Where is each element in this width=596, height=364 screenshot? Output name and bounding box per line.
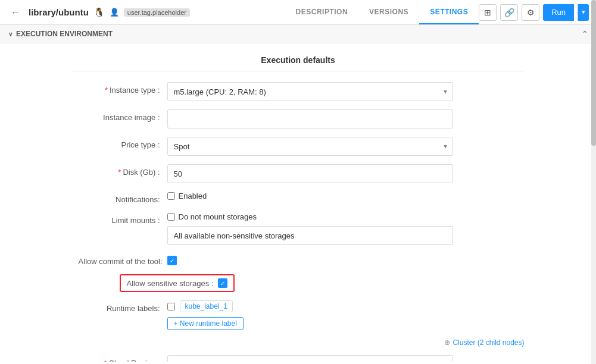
limit-mounts-label: Limit mounts : (72, 212, 167, 225)
price-type-row: Price type : Spot (72, 137, 525, 156)
section-toggle-icon: ∨ (8, 31, 13, 37)
allow-sensitive-box: Allow sensitive storages : ✓ (120, 274, 235, 292)
notifications-control: Enabled (167, 192, 453, 200)
instance-type-select-wrapper: m5.large (CPU: 2, RAM: 8) (167, 82, 453, 101)
header-left: ← library/ubuntu 🐧 👤 user.tag.placeholde… (7, 6, 285, 19)
grid-view-button[interactable]: ⊞ (479, 4, 497, 21)
instance-type-select[interactable]: m5.large (CPU: 2, RAM: 8) (167, 82, 453, 101)
notifications-row: Notifications: Enabled (72, 192, 525, 204)
allow-commit-control: ✓ (167, 253, 177, 265)
content-wrapper: Execution defaults *Instance type : m5.l… (0, 43, 596, 362)
instance-type-row: *Instance type : m5.large (CPU: 2, RAM: … (72, 82, 525, 101)
scrollbar[interactable] (591, 0, 596, 364)
section-label: EXECUTION ENVIRONMENT (16, 30, 113, 38)
price-type-control: Spot (167, 137, 453, 156)
linux-icon: 🐧 (93, 7, 105, 18)
instance-type-control: m5.large (CPU: 2, RAM: 8) (167, 82, 453, 101)
runtime-labels-control: kube_label_1 + New runtime label (167, 300, 453, 330)
price-type-select-wrapper: Spot (167, 137, 453, 156)
header: ← library/ubuntu 🐧 👤 user.tag.placeholde… (0, 0, 596, 25)
scroll-area: Execution defaults *Instance type : m5.l… (0, 43, 596, 362)
notifications-label: Notifications: (72, 192, 167, 204)
runtime-labels-label: Runtime labels: (72, 300, 167, 313)
form-title: Execution defaults (72, 55, 525, 71)
header-actions: ⊞ 🔗 ⚙ Run ▾ (479, 4, 589, 21)
repo-title: library/ubuntu (29, 7, 89, 17)
required-star: * (105, 86, 108, 95)
instance-image-label: Instance image : (72, 109, 167, 122)
instance-image-row: Instance image : (72, 109, 525, 128)
allow-sensitive-checkbox[interactable]: ✓ (218, 278, 227, 288)
notifications-checkbox-label: Enabled (179, 192, 207, 200)
disk-required-star: * (118, 168, 121, 177)
section-collapse-icon[interactable]: ⌃ (582, 30, 588, 38)
runtime-labels-row: Runtime labels: kube_label_1 + New runti… (72, 300, 525, 330)
repo-tag: user.tag.placeholder (124, 8, 190, 17)
kube-label-tag[interactable]: kube_label_1 (180, 300, 233, 312)
limit-mounts-textarea[interactable] (167, 226, 453, 245)
cloud-region-control: Not configured (167, 355, 453, 362)
link-button[interactable]: 🔗 (500, 4, 518, 21)
scrollbar-thumb[interactable] (591, 0, 596, 146)
run-dropdown-button[interactable]: ▾ (578, 4, 589, 21)
disk-row: *Disk (Gb) : (72, 164, 525, 183)
disk-label: *Disk (Gb) : (72, 164, 167, 177)
cluster-row: ⊕ Cluster (2 child nodes) (72, 338, 525, 347)
instance-image-input[interactable] (167, 109, 453, 128)
disk-control (167, 164, 453, 183)
limit-mounts-control: Do not mount storages (167, 212, 453, 245)
price-type-label: Price type : (72, 137, 167, 149)
runtime-labels-items: kube_label_1 (167, 300, 453, 312)
cloud-region-row: *Cloud Region : Not configured (72, 355, 525, 362)
new-runtime-label-button[interactable]: + New runtime label (167, 317, 244, 330)
cloud-region-select-wrapper: Not configured (167, 355, 453, 362)
allow-commit-label: Allow commit of the tool: (72, 253, 167, 266)
allow-commit-checkbox[interactable]: ✓ (167, 256, 177, 265)
tab-versions[interactable]: VERSIONS (358, 0, 419, 24)
allow-sensitive-row: Allow sensitive storages : ✓ (72, 274, 525, 292)
cluster-link[interactable]: Cluster (2 child nodes) (453, 338, 524, 347)
price-type-select[interactable]: Spot (167, 137, 453, 156)
instance-type-label: *Instance type : (72, 82, 167, 95)
main-content: Execution defaults *Instance type : m5.l… (0, 43, 596, 362)
notifications-checkbox[interactable] (167, 192, 175, 200)
notifications-checkbox-row: Enabled (167, 192, 453, 200)
back-button[interactable]: ← (7, 6, 24, 19)
kube-label-checkbox[interactable] (167, 303, 175, 310)
limit-mounts-checkbox-label: Do not mount storages (179, 212, 257, 221)
section-header[interactable]: ∨ EXECUTION ENVIRONMENT ⌃ (0, 25, 596, 43)
allow-commit-row: Allow commit of the tool: ✓ (72, 253, 525, 266)
tab-description[interactable]: DESCRIPTION (285, 0, 359, 24)
user-icon: 👤 (110, 8, 119, 17)
tab-settings[interactable]: SETTINGS (419, 0, 479, 24)
cluster-icon: ⊕ (444, 338, 450, 347)
header-tabs: DESCRIPTION VERSIONS SETTINGS (285, 0, 479, 24)
disk-input[interactable] (167, 164, 453, 183)
run-button[interactable]: Run (543, 4, 574, 21)
cloud-region-star: * (104, 359, 107, 362)
cloud-region-label: *Cloud Region : (72, 355, 167, 362)
instance-image-control (167, 109, 453, 128)
form-section: Execution defaults *Instance type : m5.l… (72, 43, 525, 362)
limit-mounts-checkbox-row: Do not mount storages (167, 212, 453, 221)
limit-mounts-checkbox[interactable] (167, 213, 175, 221)
gear-button[interactable]: ⚙ (522, 4, 539, 21)
cloud-region-select[interactable]: Not configured (167, 355, 453, 362)
allow-sensitive-label: Allow sensitive storages : (127, 279, 214, 288)
limit-mounts-row: Limit mounts : Do not mount storages (72, 212, 525, 245)
